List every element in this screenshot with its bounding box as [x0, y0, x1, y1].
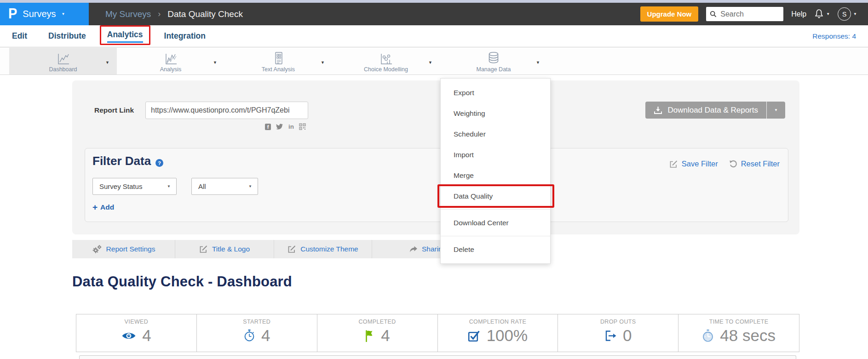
report-link-input[interactable] — [145, 102, 308, 119]
filter-field-value: Survey Status — [99, 182, 142, 190]
chevron-down-icon: ▼ — [826, 12, 830, 16]
signout-icon — [604, 330, 617, 342]
stat-label: DROP OUTS — [600, 319, 636, 325]
bell-icon — [814, 9, 824, 19]
stopwatch-icon — [243, 329, 255, 342]
filter-title-row: Filter Data ? — [92, 154, 163, 168]
facebook-icon[interactable]: f — [265, 124, 271, 130]
breadcrumb-separator-icon: › — [158, 9, 161, 19]
topbar: P Surveys ▼ My Surveys › Data Quality Ch… — [0, 3, 868, 25]
toolbar-label: Manage Data — [476, 66, 511, 73]
filter-field-dropdown[interactable]: Survey Status ▼ — [92, 178, 177, 195]
notifications-menu[interactable]: ▼ — [814, 9, 830, 19]
menu-item-weighting[interactable]: Weighting — [441, 103, 550, 124]
customize-theme-label: Customize Theme — [300, 245, 358, 253]
qr-code-icon[interactable] — [299, 123, 306, 130]
page-title: Data Quality Check - Dashboard — [72, 274, 292, 290]
upgrade-now-button[interactable]: Upgrade Now — [640, 6, 699, 22]
download-options-caret[interactable]: ▼ — [766, 102, 785, 119]
chevron-down-icon[interactable]: ▼ — [105, 60, 109, 65]
report-header-card: Report Link f in — [72, 80, 799, 234]
breadcrumb-my-surveys[interactable]: My Surveys — [105, 9, 151, 19]
stat-value: 48 secs — [720, 326, 776, 345]
stat-completed: COMPLETED 4 — [317, 314, 438, 352]
tab-edit[interactable]: Edit — [12, 31, 27, 41]
flag-icon — [364, 330, 375, 342]
title-logo-button[interactable]: Title & Logo — [175, 240, 274, 258]
chevron-down-icon: ▼ — [853, 12, 857, 16]
help-link[interactable]: Help — [791, 10, 806, 18]
download-button-label: Download Data & Reports — [667, 106, 758, 115]
toolbar-label: Dashboard — [49, 66, 77, 73]
line-chart-icon — [55, 51, 71, 65]
menu-item-merge[interactable]: Merge — [441, 165, 550, 186]
gears-icon — [92, 245, 102, 254]
search-icon — [710, 11, 717, 17]
account-menu[interactable]: S ▼ — [838, 7, 857, 21]
product-switcher[interactable]: P Surveys ▼ — [0, 3, 89, 25]
menu-item-data-quality-label: Data Quality — [454, 192, 493, 200]
menu-item-data-quality[interactable]: Data Quality — [441, 186, 550, 206]
add-filter-label: Add — [100, 203, 114, 211]
menu-item-import[interactable]: Import — [441, 144, 550, 165]
tab-distribute[interactable]: Distribute — [48, 31, 86, 41]
stat-time-to-complete: TIME TO COMPLETE 48 secs — [678, 314, 799, 352]
report-link-label: Report Link — [94, 106, 134, 114]
report-settings-button[interactable]: Report Settings — [72, 240, 175, 258]
edit-icon — [199, 245, 208, 253]
database-icon — [486, 51, 501, 65]
plus-icon: + — [92, 203, 98, 211]
help-icon[interactable]: ? — [155, 159, 163, 167]
analytics-toolbar: Dashboard ▼ Analysis ▼ — [0, 48, 868, 75]
toolbar-item-text-analysis[interactable]: Text Analysis ▼ — [224, 48, 332, 74]
reset-filter-button[interactable]: Reset Filter — [729, 160, 780, 168]
toolbar-item-analysis[interactable]: Analysis ▼ — [117, 48, 224, 74]
download-data-reports-button[interactable]: Download Data & Reports — [645, 102, 766, 119]
menu-divider — [441, 209, 550, 210]
stat-value: 4 — [142, 326, 151, 345]
filter-value-dropdown[interactable]: All ▼ — [191, 178, 258, 195]
chevron-down-icon: ▼ — [167, 185, 171, 188]
chevron-down-icon[interactable]: ▼ — [536, 60, 540, 65]
tab-integration[interactable]: Integration — [164, 31, 206, 41]
menu-item-scheduler[interactable]: Scheduler — [441, 124, 550, 144]
chevron-down-icon: ▼ — [248, 185, 252, 188]
next-panel-edge — [79, 355, 796, 359]
menu-item-download-center[interactable]: Download Center — [441, 212, 550, 233]
undo-icon — [729, 160, 737, 168]
chevron-down-icon: ▼ — [774, 108, 778, 112]
menu-item-export[interactable]: Export — [441, 82, 550, 103]
stat-value: 4 — [381, 326, 390, 345]
linkedin-icon[interactable]: in — [288, 124, 294, 130]
chevron-down-icon[interactable]: ▼ — [213, 60, 217, 65]
save-filter-button[interactable]: Save Filter — [669, 160, 718, 168]
edit-icon — [669, 160, 678, 168]
checkbox-icon — [468, 330, 481, 342]
toolbar-item-choice-modelling[interactable]: Choice Modelling ▼ — [332, 48, 440, 74]
search-input[interactable] — [719, 10, 775, 19]
reset-filter-label: Reset Filter — [741, 160, 780, 168]
filter-data-title: Filter Data — [92, 154, 151, 168]
toolbar-label: Text Analysis — [262, 66, 295, 73]
search-box[interactable] — [706, 7, 783, 21]
stat-label: TIME TO COMPLETE — [709, 319, 769, 325]
chevron-down-icon[interactable]: ▼ — [428, 60, 432, 65]
topbar-right: Upgrade Now Help ▼ S ▼ — [640, 6, 868, 22]
questionpro-logo-icon: P — [8, 7, 17, 21]
tab-analytics[interactable]: Analytics — [107, 30, 143, 43]
filter-data-panel: Filter Data ? Survey Status ▼ All ▼ + Ad… — [85, 148, 788, 222]
twitter-icon[interactable] — [276, 124, 283, 130]
toolbar-item-dashboard[interactable]: Dashboard ▼ — [9, 48, 117, 74]
toolbar-item-manage-data[interactable]: Manage Data ▼ — [440, 48, 547, 74]
customize-theme-button[interactable]: Customize Theme — [274, 240, 372, 258]
toolbar-label: Analysis — [160, 66, 182, 73]
product-menu-label: Surveys — [23, 9, 56, 19]
filter-actions: Save Filter Reset Filter — [669, 160, 780, 168]
survey-tabs: Edit Distribute Analytics Integration Re… — [0, 25, 868, 47]
menu-item-delete[interactable]: Delete — [441, 239, 550, 260]
manage-data-dropdown-menu: Export Weighting Scheduler Import Merge … — [440, 78, 551, 264]
breadcrumb-current: Data Quality Check — [167, 9, 243, 19]
chevron-down-icon: ▼ — [62, 12, 65, 16]
add-filter-button[interactable]: + Add — [92, 203, 114, 211]
chevron-down-icon[interactable]: ▼ — [321, 60, 325, 65]
